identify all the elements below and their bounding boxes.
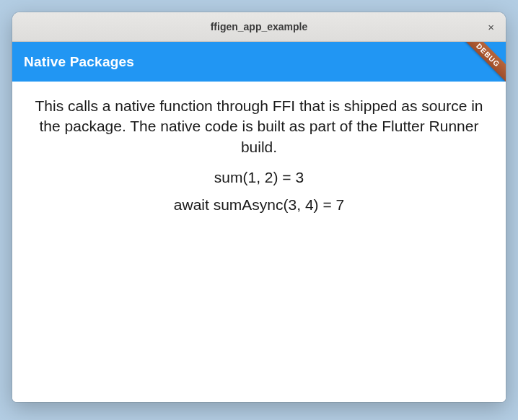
window-title: ffigen_app_example: [211, 21, 308, 32]
sum-result-text: sum(1, 2) = 3: [28, 167, 490, 188]
debug-ribbon: DEBUG: [455, 42, 506, 82]
page-title: Native Packages: [24, 54, 134, 70]
app-window: ffigen_app_example × Native Packages DEB…: [12, 12, 506, 402]
app-bar: Native Packages DEBUG: [12, 42, 506, 82]
close-icon[interactable]: ×: [485, 19, 497, 35]
sum-async-result-text: await sumAsync(3, 4) = 7: [28, 195, 490, 215]
titlebar[interactable]: ffigen_app_example ×: [12, 12, 506, 42]
description-text: This calls a native function through FFI…: [28, 96, 490, 157]
content-area: This calls a native function through FFI…: [12, 82, 506, 402]
